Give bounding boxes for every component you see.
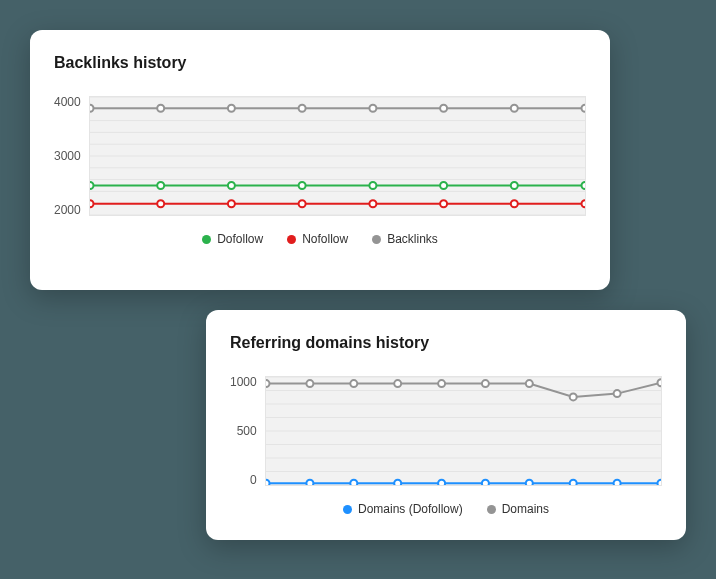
data-point bbox=[90, 200, 94, 207]
plot bbox=[89, 96, 586, 216]
data-point bbox=[440, 200, 447, 207]
legend-label: Dofollow bbox=[217, 232, 263, 246]
data-point bbox=[613, 390, 620, 397]
data-point bbox=[440, 105, 447, 112]
data-point bbox=[438, 480, 445, 485]
data-point bbox=[569, 480, 576, 485]
y-tick: 1000 bbox=[230, 376, 257, 388]
data-point bbox=[581, 182, 585, 189]
backlinks-history-card: Backlinks history 4000 3000 2000 Dofollo… bbox=[30, 30, 610, 290]
data-point bbox=[306, 380, 313, 387]
legend-item-nofollow: Nofollow bbox=[287, 232, 348, 246]
data-point bbox=[526, 480, 533, 485]
legend-item-domains: Domains bbox=[487, 502, 549, 516]
data-point bbox=[438, 380, 445, 387]
data-point bbox=[306, 480, 313, 485]
data-point bbox=[228, 105, 235, 112]
circle-icon bbox=[287, 235, 296, 244]
legend-label: Nofollow bbox=[302, 232, 348, 246]
legend-label: Domains (Dofollow) bbox=[358, 502, 463, 516]
data-point bbox=[394, 480, 401, 485]
legend-item-backlinks: Backlinks bbox=[372, 232, 438, 246]
data-point bbox=[298, 105, 305, 112]
data-point bbox=[90, 182, 94, 189]
data-point bbox=[369, 200, 376, 207]
data-point bbox=[482, 380, 489, 387]
legend-item-dofollow: Dofollow bbox=[202, 232, 263, 246]
data-point bbox=[511, 105, 518, 112]
y-tick: 2000 bbox=[54, 204, 81, 216]
chart-svg bbox=[90, 97, 585, 215]
data-point bbox=[228, 200, 235, 207]
data-point bbox=[298, 182, 305, 189]
chart-svg bbox=[266, 377, 661, 485]
data-point bbox=[266, 480, 270, 485]
data-point bbox=[511, 200, 518, 207]
y-tick: 4000 bbox=[54, 96, 81, 108]
data-point bbox=[266, 380, 270, 387]
circle-icon bbox=[202, 235, 211, 244]
data-point bbox=[511, 182, 518, 189]
series-line bbox=[266, 383, 661, 397]
y-axis: 4000 3000 2000 bbox=[54, 96, 89, 216]
data-point bbox=[440, 182, 447, 189]
y-tick: 3000 bbox=[54, 150, 81, 162]
circle-icon bbox=[343, 505, 352, 514]
y-tick: 500 bbox=[237, 425, 257, 437]
data-point bbox=[90, 105, 94, 112]
data-point bbox=[157, 200, 164, 207]
data-point bbox=[157, 105, 164, 112]
data-point bbox=[613, 480, 620, 485]
data-point bbox=[350, 380, 357, 387]
data-point bbox=[482, 480, 489, 485]
card-title: Backlinks history bbox=[54, 54, 586, 72]
data-point bbox=[526, 380, 533, 387]
data-point bbox=[369, 105, 376, 112]
chart-area: 4000 3000 2000 bbox=[54, 96, 586, 216]
data-point bbox=[298, 200, 305, 207]
referring-domains-history-card: Referring domains history 1000 500 0 Dom… bbox=[206, 310, 686, 540]
data-point bbox=[657, 379, 661, 386]
data-point bbox=[657, 480, 661, 485]
chart-area: 1000 500 0 bbox=[230, 376, 662, 486]
card-title: Referring domains history bbox=[230, 334, 662, 352]
data-point bbox=[228, 182, 235, 189]
data-point bbox=[569, 393, 576, 400]
circle-icon bbox=[487, 505, 496, 514]
data-point bbox=[581, 200, 585, 207]
data-point bbox=[369, 182, 376, 189]
circle-icon bbox=[372, 235, 381, 244]
legend-item-domains-dofollow: Domains (Dofollow) bbox=[343, 502, 463, 516]
legend-label: Backlinks bbox=[387, 232, 438, 246]
plot bbox=[265, 376, 662, 486]
legend: Domains (Dofollow) Domains bbox=[230, 502, 662, 516]
y-axis: 1000 500 0 bbox=[230, 376, 265, 486]
data-point bbox=[581, 105, 585, 112]
y-tick: 0 bbox=[250, 474, 257, 486]
legend: Dofollow Nofollow Backlinks bbox=[54, 232, 586, 246]
data-point bbox=[350, 480, 357, 485]
legend-label: Domains bbox=[502, 502, 549, 516]
data-point bbox=[157, 182, 164, 189]
data-point bbox=[394, 380, 401, 387]
